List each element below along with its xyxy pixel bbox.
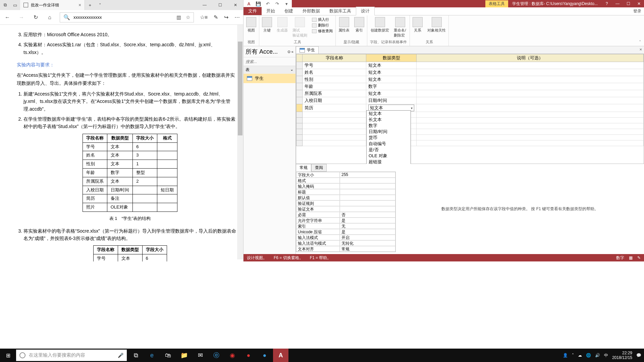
app-icon[interactable]: ●: [257, 349, 272, 362]
ie-icon[interactable]: ⓔ: [209, 349, 224, 362]
redo-icon[interactable]: ↷: [273, 0, 281, 7]
view-button[interactable]: 视图: [246, 17, 256, 33]
address-bar[interactable]: 🔍 ▥ ☆: [60, 12, 194, 22]
nav-pane-header[interactable]: 所有 Acce... ⊙ «: [244, 46, 296, 57]
object-tab-student[interactable]: 学生: [296, 46, 319, 54]
data-type-dropdown[interactable]: 短文本▾ 短文本 长文本 数字 日期/时间 货币 自动编号 是/否 OLE 对象: [366, 104, 417, 112]
maximize-button[interactable]: ☐: [623, 0, 633, 7]
taskbar-search[interactable]: 在这里输入你要搜索的内容 🎤: [16, 350, 127, 361]
undo-icon[interactable]: ↶: [264, 0, 272, 7]
onedrive-icon[interactable]: ☁: [578, 353, 582, 358]
table-caption: 表 1 “学生”表的结构: [23, 215, 236, 222]
back-button[interactable]: ←: [3, 14, 11, 20]
minimize-button[interactable]: —: [197, 0, 212, 10]
refresh-button[interactable]: ↻: [32, 14, 40, 20]
tab-more-icon[interactable]: ˅: [95, 0, 105, 10]
access-titlebar: A 💾 ↶ ↷ ▾ 表格工具 学生管理 : 数据库- C:\Users\Yang…: [244, 0, 644, 7]
data-type-list[interactable]: 短文本 长文本 数字 日期/时间 货币 自动编号 是/否 OLE 对象 超链接 …: [366, 110, 411, 164]
builder-button[interactable]: 生成器: [277, 17, 288, 33]
close-button[interactable]: ✕: [228, 0, 243, 10]
store-icon[interactable]: 🛍: [160, 349, 176, 362]
tab-external[interactable]: 外部数据: [298, 7, 325, 15]
property-grid[interactable]: 字段大小255 格式 输入掩码 标题 默认值 验证规则 验证文本 必需否 允许空…: [296, 172, 396, 252]
nav-search-input[interactable]: [246, 59, 296, 64]
search-icon: 🔍: [63, 14, 70, 20]
people-icon[interactable]: 👤: [563, 353, 568, 358]
object-dep-button[interactable]: 对象相关性: [427, 17, 446, 33]
group-collapse-icon[interactable]: ⌄: [290, 67, 293, 73]
primary-key-button[interactable]: 主键: [262, 17, 272, 33]
list-item: 实验素材：Access实验1.rar（包含：Stud.xlsx、Socre.xl…: [23, 41, 236, 56]
scrollbar[interactable]: [237, 25, 243, 259]
view-datasheet-icon[interactable]: ▦: [629, 255, 633, 260]
ribbon-collapse-icon[interactable]: ˄: [636, 38, 644, 46]
delete-row-icon: [312, 23, 317, 27]
modify-lookup-button[interactable]: 修改查阅: [312, 28, 333, 34]
section-title: 实验内容与要求：: [17, 62, 236, 68]
chevron-down-icon[interactable]: ▾: [411, 106, 413, 110]
access-app-icon[interactable]: A: [245, 0, 253, 7]
edge-navbar: ← → ↻ ⌂ 🔍 ▥ ☆ ☆≡ ✎ ↪ ⋯: [0, 10, 243, 25]
network-icon[interactable]: 🌐: [586, 353, 591, 358]
mic-icon[interactable]: 🎤: [118, 353, 123, 358]
tab-home[interactable]: 开始: [262, 7, 280, 15]
nav-item-student-table[interactable]: 学生: [244, 74, 296, 83]
prop-tab-general[interactable]: 常规: [296, 164, 311, 172]
more-icon[interactable]: ⋯: [234, 14, 240, 20]
reading-view-icon[interactable]: ▥: [176, 14, 181, 20]
forward-button[interactable]: →: [17, 14, 25, 20]
ime-indicator[interactable]: 中: [604, 353, 608, 358]
rename-macro-button[interactable]: 重命名/ 删除宏: [394, 17, 406, 38]
login-link[interactable]: 登录: [631, 7, 644, 15]
taskbar-clock[interactable]: 22:29 2018/12/15: [612, 351, 632, 360]
save-icon[interactable]: 💾: [254, 0, 262, 7]
close-button[interactable]: ✕: [634, 0, 644, 7]
minimize-button[interactable]: —: [612, 0, 623, 7]
tab-activity-icon[interactable]: ⧉: [0, 0, 10, 10]
volume-icon[interactable]: 🔊: [595, 353, 600, 358]
delete-row-button[interactable]: 删除行: [312, 23, 333, 28]
qat-more-icon[interactable]: ▾: [282, 0, 290, 7]
tab-close-icon[interactable]: ×: [78, 2, 81, 8]
favorites-hub-icon[interactable]: ☆≡: [200, 14, 208, 20]
tab-file[interactable]: 文件: [244, 7, 262, 15]
notes-icon[interactable]: ✎: [214, 14, 218, 20]
notifications-icon[interactable]: 💬: [636, 353, 641, 358]
url-input[interactable]: [73, 15, 173, 20]
tab-dbtools[interactable]: 数据库工具: [325, 7, 356, 15]
nav-group-tables[interactable]: 表⌄: [244, 66, 296, 74]
property-sheet-button[interactable]: 属性表: [338, 17, 350, 33]
access-taskbar-icon[interactable]: A: [273, 349, 288, 362]
scrollbar-thumb[interactable]: [238, 42, 243, 135]
field-grid[interactable]: 字段名称 数据类型 说明（可选） 学号短文本 姓名短文本 性别短文本 年龄数字 …: [296, 54, 644, 164]
record-icon[interactable]: ●: [241, 349, 256, 362]
maximize-button[interactable]: ☐: [212, 0, 228, 10]
task-view-icon[interactable]: ⧉: [128, 349, 144, 362]
tab-aside-icon[interactable]: ▭: [10, 0, 20, 10]
prop-tab-lookup[interactable]: 查阅: [311, 164, 327, 172]
home-button[interactable]: ⌂: [46, 14, 54, 20]
view-design-icon[interactable]: ✎: [637, 255, 641, 260]
start-button[interactable]: ⊞: [0, 349, 16, 362]
favorite-star-icon[interactable]: ☆: [186, 14, 190, 20]
create-macro-button[interactable]: 创建数据宏: [371, 17, 389, 33]
edge-taskbar-icon[interactable]: e: [144, 349, 160, 362]
new-tab-icon[interactable]: +: [85, 0, 95, 10]
page-content: 应用软件：Microsoft Office Access 2010。 实验素材：…: [0, 25, 243, 261]
tray-chevron-icon[interactable]: ˄: [572, 353, 574, 358]
tab-design[interactable]: 设计: [356, 7, 375, 15]
mail-icon[interactable]: ✉: [193, 349, 208, 362]
help-icon[interactable]: ?: [602, 0, 612, 7]
netease-music-icon[interactable]: ◉: [225, 349, 240, 362]
relationships-button[interactable]: 关系: [413, 17, 423, 33]
explorer-icon[interactable]: 📁: [176, 349, 192, 362]
insert-row-button[interactable]: 插入行: [312, 17, 333, 22]
nav-collapse-icon[interactable]: ⊙ «: [287, 50, 293, 54]
tab-create[interactable]: 创建: [280, 7, 298, 15]
test-rule-button[interactable]: 测试 验证规则: [292, 17, 307, 38]
share-icon[interactable]: ↪: [224, 14, 228, 20]
browser-tab[interactable]: 批改—作业详细 ×: [20, 0, 85, 10]
indexes-button[interactable]: 索引: [354, 17, 364, 33]
nav-search[interactable]: 🔍: [244, 57, 296, 66]
object-close-icon[interactable]: ×: [639, 47, 642, 52]
